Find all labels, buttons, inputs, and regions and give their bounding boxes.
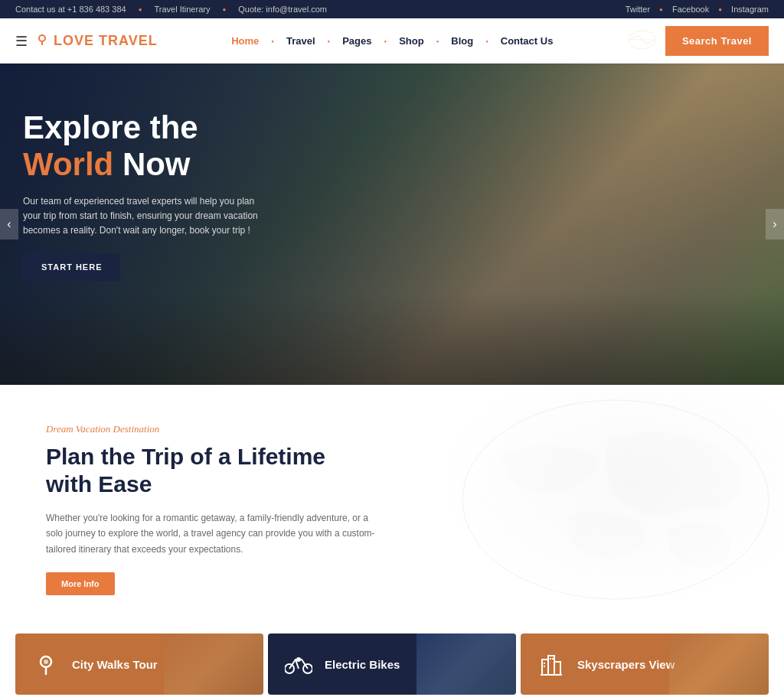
hero-content: Explore the World Now Our team of experi… bbox=[23, 109, 268, 281]
tour-card-1-bg bbox=[164, 633, 263, 695]
nav-dot-1: ● bbox=[271, 39, 274, 44]
svg-rect-13 bbox=[550, 658, 551, 660]
world-map-svg bbox=[455, 392, 776, 607]
hamburger-menu[interactable]: ☰ bbox=[15, 33, 28, 50]
dream-title: Plan the Trip of a Lifetime with Ease bbox=[46, 443, 368, 498]
main-nav: Home ● Travel ● Pages ● Shop ● Blog ● Co… bbox=[224, 31, 560, 51]
dot-1: ● bbox=[139, 6, 142, 13]
hero-title-orange: World bbox=[23, 146, 113, 182]
top-bar-left: Contact us at +1 836 483 384 ● Travel It… bbox=[15, 5, 327, 14]
nav-home[interactable]: Home bbox=[224, 31, 266, 51]
tour-card-2-bg bbox=[416, 633, 516, 695]
tour-card-city-walks[interactable]: City Walks Tour bbox=[15, 633, 263, 695]
nav-shop[interactable]: Shop bbox=[391, 31, 432, 51]
hero-bottom-fade bbox=[0, 293, 784, 385]
dot-2: ● bbox=[222, 6, 226, 13]
header: ☰ LOVE TRAVEL Home ● Travel ● Pages ● Sh… bbox=[0, 18, 784, 64]
svg-rect-14 bbox=[552, 658, 554, 660]
quote-info: Quote: info@travel.com bbox=[238, 5, 327, 14]
logo-icon bbox=[35, 33, 49, 50]
top-bar-right: Twitter ● Facebook ● Instagram bbox=[626, 5, 769, 14]
logo-text: LOVE TRAVEL bbox=[54, 33, 158, 49]
svg-rect-16 bbox=[544, 666, 545, 667]
svg-point-5 bbox=[44, 660, 48, 664]
nav-dot-4: ● bbox=[436, 39, 439, 44]
nav-travel[interactable]: Travel bbox=[279, 31, 323, 51]
nav-contact[interactable]: Contact Us bbox=[493, 31, 561, 51]
dream-desc: Whether you're looking for a romantic ge… bbox=[46, 510, 383, 557]
nav-blog[interactable]: Blog bbox=[443, 31, 481, 51]
logo-part2: TRAVEL bbox=[99, 33, 158, 48]
building-icon bbox=[536, 649, 567, 679]
nav-dot-2: ● bbox=[328, 39, 331, 44]
hero-title-line1: Explore the bbox=[23, 109, 198, 145]
logo: LOVE TRAVEL bbox=[35, 33, 158, 50]
hero-arrow-left[interactable]: ‹ bbox=[0, 209, 18, 239]
hero-cta-button[interactable]: START HERE bbox=[23, 253, 120, 281]
top-bar: Contact us at +1 836 483 384 ● Travel It… bbox=[0, 0, 784, 18]
more-info-button[interactable]: More Info bbox=[46, 572, 115, 595]
facebook-link[interactable]: Facebook bbox=[672, 5, 709, 14]
tour-card-skyscrapers[interactable]: Skyscrapers View bbox=[521, 633, 769, 695]
nav-dot-5: ● bbox=[485, 39, 488, 44]
map-icon bbox=[627, 28, 658, 54]
hero-section: ‹ › Explore the World Now Our team of ex… bbox=[0, 64, 784, 385]
hero-subtitle: Our team of experienced travel experts w… bbox=[23, 194, 268, 239]
bike-icon bbox=[283, 649, 314, 679]
tour-card-3-label: Skyscrapers View bbox=[577, 658, 675, 671]
tour-card-1-label: City Walks Tour bbox=[72, 658, 158, 671]
header-left: ☰ LOVE TRAVEL bbox=[15, 33, 158, 50]
hero-arrow-right[interactable]: › bbox=[766, 209, 784, 239]
twitter-link[interactable]: Twitter bbox=[626, 5, 650, 14]
nav-dot-3: ● bbox=[384, 39, 387, 44]
tour-card-3-bg bbox=[669, 633, 769, 695]
logo-part1: LOVE bbox=[54, 33, 99, 48]
tour-card-electric-bikes[interactable]: Electric Bikes bbox=[268, 633, 516, 695]
hero-title: Explore the World Now bbox=[23, 109, 268, 184]
header-right: Search Travel bbox=[627, 26, 769, 56]
tour-cards-section: City Walks Tour Electric Bikes bbox=[0, 618, 784, 697]
dot-4: ● bbox=[718, 6, 722, 13]
travel-itinerary-link[interactable]: Travel Itinerary bbox=[154, 5, 210, 14]
svg-point-8 bbox=[296, 657, 301, 662]
instagram-link[interactable]: Instagram bbox=[731, 5, 769, 14]
tour-card-2-label: Electric Bikes bbox=[325, 658, 400, 671]
svg-rect-15 bbox=[544, 663, 545, 664]
search-travel-button[interactable]: Search Travel bbox=[665, 26, 769, 56]
svg-point-0 bbox=[39, 35, 45, 41]
nav-pages[interactable]: Pages bbox=[335, 31, 379, 51]
svg-rect-11 bbox=[554, 662, 560, 675]
hero-title-white: Now bbox=[113, 146, 190, 182]
dream-section: Dream Vacation Destination Plan the Trip… bbox=[0, 385, 784, 618]
contact-info: Contact us at +1 836 483 384 bbox=[15, 5, 126, 14]
map-pin-icon bbox=[31, 649, 61, 679]
dot-3: ● bbox=[659, 6, 663, 13]
